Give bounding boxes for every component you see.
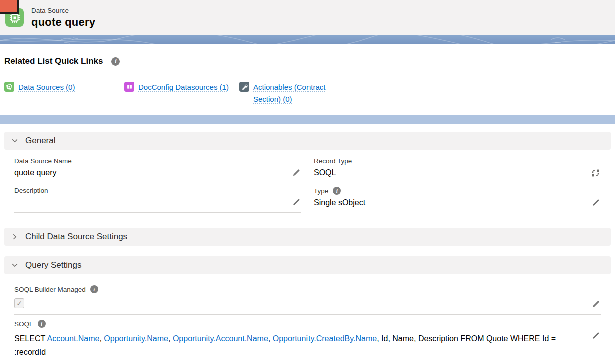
field-data-source-name: Data Source Name quote query [14,154,301,183]
general-fields: Data Source Name quote query Description [4,150,611,213]
entity-label: Data Source [31,7,95,14]
field-label: Type i [314,187,584,195]
field-value: Single sObject [314,198,584,208]
section-title: General [25,136,55,146]
soql-token: SELECT [14,334,47,343]
edit-soql-builder-managed-button[interactable] [591,300,600,309]
quick-link-actionables[interactable]: Actionables (Contract Section) (0) [239,81,332,105]
datasource-chip-icon [4,82,14,92]
change-record-type-icon [591,169,600,177]
soql-field-link[interactable]: Opportunity.Name [104,334,168,343]
pencil-icon [591,199,600,207]
pencil-icon [292,198,300,207]
related-list-header: Related List Quick Links i [4,56,611,66]
edit-data-source-name-button[interactable] [291,169,300,178]
pencil-icon [292,169,300,177]
info-icon[interactable]: i [333,187,341,195]
pencil-icon [591,332,600,340]
checkbox-checked-icon: ✓ [16,299,22,307]
spacer [4,246,611,256]
soql-field-link[interactable]: Opportunity.CreatedBy.Name [273,334,377,343]
info-icon[interactable]: i [90,285,98,293]
record-detail: General Data Source Name quote query Des… [0,124,615,364]
header-titles: Data Source quote query [31,7,95,29]
quick-links-row: Data Sources (0) DocConfig Datasources (… [4,81,611,105]
book-icon [124,82,134,92]
field-label: Description [14,187,284,194]
field-label-text: Type [314,187,328,195]
quick-link-label[interactable]: Actionables (Contract Section) (0) [253,81,330,105]
info-icon[interactable]: i [111,57,120,66]
soql-field-link[interactable]: Account.Name [47,334,100,343]
section-divider-band [0,115,615,124]
soql-token: , [168,334,173,343]
soql-token: , [268,334,273,343]
chevron-right-icon [11,233,18,240]
field-label-text: SOQL [14,320,33,328]
edit-type-button[interactable] [591,199,600,208]
section-header-child-data-source-settings[interactable]: Child Data Source Settings [4,228,611,246]
section-header-general[interactable]: General [4,132,611,150]
wrench-icon [239,82,249,92]
query-settings-fields: SOQL Builder Managed i ✓ SOQL i SELECT [4,280,611,364]
change-record-type-button[interactable] [591,169,600,178]
edit-description-button[interactable] [291,198,300,207]
soql-token: , [99,334,104,343]
field-value: quote query [14,168,284,178]
quick-link-data-sources[interactable]: Data Sources (0) [4,81,124,105]
quick-link-docconfig-datasources[interactable]: DocConfig Datasources (1) [124,81,239,105]
pencil-icon [591,300,600,309]
field-record-type: Record Type SOQL [314,154,601,183]
banner-doodle-pattern [0,35,615,44]
spacer [4,213,611,228]
section-title: Query Settings [25,260,81,270]
page-title: quote query [31,16,95,29]
field-soql: SOQL i SELECT Account.Name, Opportunity.… [14,315,601,364]
edit-soql-button[interactable] [591,332,600,341]
spacer [4,274,611,280]
field-label: Record Type [314,157,584,165]
section-title: Child Data Source Settings [25,232,127,242]
field-label: SOQL i [14,320,566,328]
field-soql-builder-managed: SOQL Builder Managed i ✓ [14,280,601,315]
field-label: SOQL Builder Managed i [14,285,566,293]
quick-link-label[interactable]: DocConfig Datasources (1) [138,81,229,93]
info-icon[interactable]: i [38,320,46,328]
chevron-down-icon [11,262,18,269]
field-value [14,198,284,207]
soql-builder-managed-checkbox[interactable]: ✓ [14,298,24,308]
related-list-title: Related List Quick Links [4,56,103,66]
field-label-text: SOQL Builder Managed [14,286,86,293]
decorative-banner [0,35,615,44]
section-header-query-settings[interactable]: Query Settings [4,256,611,274]
corner-overlay-artifact [0,0,19,14]
fields-left-column: Data Source Name quote query Description [14,154,301,213]
related-list-quick-links-section: Related List Quick Links i [0,44,615,115]
soql-field-link[interactable]: Opportunity.Account.Name [173,334,268,343]
fields-right-column: Record Type SOQL Type [314,154,601,213]
chevron-down-icon [11,137,18,144]
field-label: Data Source Name [14,157,284,165]
page: Data Source quote query Related List Qui… [0,0,615,364]
field-type: Type i Single sObject [314,183,601,213]
field-description: Description [14,183,301,213]
field-value: SOQL [314,168,584,178]
soql-query-text: SELECT Account.Name, Opportunity.Name, O… [14,332,566,359]
record-header: Data Source quote query [0,0,615,35]
quick-link-label[interactable]: Data Sources (0) [18,81,75,93]
